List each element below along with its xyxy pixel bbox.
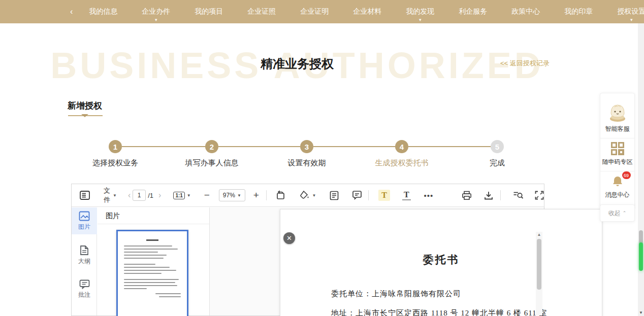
nav-item-label: 我的印章 — [564, 7, 593, 16]
document-page: 委托书 委托单位：上海咏帛阳服饰有限公司 地址：上海市长宁区定西路 1118 号… — [280, 209, 602, 316]
zoom-in-button[interactable]: + — [253, 190, 259, 201]
document-title: 委托书 — [280, 253, 602, 267]
pdf-viewer: 文件▼ ‹ /1 › 1:1▼ − 97%▼ + ▼ — [71, 184, 544, 316]
zoom-level-value: 97% — [223, 192, 235, 199]
chevron-up-icon: ⌃ — [623, 210, 627, 216]
nav-item-my-seal[interactable]: 我的印章 — [552, 0, 605, 23]
print-icon[interactable] — [462, 191, 472, 200]
step-connector — [313, 146, 395, 147]
tab-annotations[interactable]: 批注 — [72, 276, 97, 302]
step-connector — [122, 146, 205, 147]
chevron-down-icon: ▼ — [113, 193, 117, 198]
nav-item-my-projects[interactable]: 我的项目 — [182, 0, 235, 23]
page: ‹ 我的信息 企业办件▾ 我的项目 企业证照 企业证明 企业材料 我的发现▾ 利… — [0, 0, 644, 316]
nav-item-enterprise-cases[interactable]: 企业办件▾ — [130, 0, 182, 23]
smart-service-widget[interactable]: 智能客服 — [600, 98, 634, 138]
close-icon[interactable]: ✕ — [283, 232, 295, 244]
collapse-panel-button[interactable]: 收起 ⌃ — [600, 204, 635, 222]
qr-code-icon — [611, 142, 624, 155]
nav-item-enterprise-licenses[interactable]: 企业证照 — [235, 0, 288, 23]
viewer-scrollbar[interactable]: ▲ — [536, 232, 542, 315]
step-circle-5: 5 — [491, 140, 504, 153]
suishen-code-widget[interactable]: 随申码专区 — [600, 138, 634, 171]
nav-item-label: 企业证照 — [247, 7, 276, 16]
collapse-label: 收起 — [608, 209, 621, 218]
search-document-icon[interactable] — [513, 191, 524, 200]
pdf-toolbar: 文件▼ ‹ /1 › 1:1▼ − 97%▼ + ▼ — [72, 184, 544, 207]
document-canvas: 委托书 委托单位：上海咏帛阳服饰有限公司 地址：上海市长宁区定西路 1118 号… — [210, 207, 544, 315]
section-title: 新增授权 — [68, 100, 102, 112]
viewer-side-tabs: 图片 大纲 批注 — [72, 207, 97, 315]
bell-icon — [611, 175, 624, 188]
chevron-down-icon: ▾ — [419, 18, 422, 22]
tab-label: 图片 — [78, 223, 90, 231]
download-icon[interactable] — [484, 191, 493, 200]
step-label-4: 生成授权委托书 — [351, 158, 453, 168]
nav-back-icon[interactable]: ‹ — [70, 8, 73, 16]
underline-text-icon[interactable]: T — [402, 190, 411, 200]
fit-ratio-button[interactable]: 1:1▼ — [173, 192, 190, 199]
chevron-down-icon: ▼ — [187, 193, 191, 198]
nav-item-my-discovery[interactable]: 我的发现▾ — [394, 0, 446, 23]
scroll-down-icon[interactable]: ▼ — [638, 310, 644, 315]
nav-item-policy-center[interactable]: 政策中心 — [499, 0, 552, 23]
zoom-level-select[interactable]: 97%▼ — [219, 189, 245, 201]
scroll-up-icon[interactable]: ▲ — [536, 232, 542, 238]
nav-item-label: 企业证明 — [300, 7, 329, 16]
chevron-down-icon: ▾ — [155, 18, 157, 22]
step-circle-3: 3 — [300, 140, 313, 153]
nav-item-label: 我的发现 — [406, 7, 434, 16]
tab-images[interactable]: 图片 — [72, 207, 97, 234]
nav-item-label: 授权设置 — [617, 7, 644, 16]
chevron-down-icon: ▼ — [312, 193, 316, 198]
zoom-out-button[interactable]: − — [204, 190, 210, 201]
document-address-line: 地址：上海市长宁区定西路 1118 号 12 幢北半幢 6 楼 611 室 — [331, 308, 602, 316]
annotation-icon — [79, 279, 90, 289]
rotate-page-icon[interactable] — [276, 190, 286, 200]
nav-item-label: 政策中心 — [511, 7, 540, 16]
file-menu-label: 文件 — [104, 186, 111, 204]
ratio-label: 1:1 — [173, 192, 184, 199]
chevron-down-icon: ▾ — [630, 18, 633, 22]
mascot-icon — [607, 102, 628, 122]
more-tools-button[interactable]: ••• — [424, 191, 434, 200]
prev-page-button[interactable]: ‹ — [128, 191, 131, 200]
step-connector — [408, 146, 491, 147]
next-page-button[interactable]: › — [158, 191, 161, 200]
step-connector — [218, 146, 300, 147]
tab-label: 大纲 — [78, 257, 90, 266]
unread-count-badge: 69 — [622, 171, 631, 179]
nav-item-auth-settings[interactable]: 授权设置▾ — [605, 0, 644, 23]
thumbnail-panel: 图片 — [98, 207, 210, 315]
nav-item-my-info[interactable]: 我的信息 — [77, 0, 130, 23]
fullscreen-icon[interactable] — [535, 191, 544, 200]
page-scrollbar[interactable]: ▼ — [638, 23, 644, 316]
page-number-input[interactable] — [133, 190, 146, 201]
step-circle-2: 2 — [205, 140, 218, 153]
page-total-label: /1 — [148, 192, 153, 199]
toggle-sidebar-icon[interactable] — [80, 191, 90, 200]
step-label-1: 选择授权业务 — [65, 158, 166, 168]
scroll-indicator-green — [639, 242, 643, 271]
step-indicator: 1 2 3 4 5 选择授权业务 填写办事人信息 设置有效期 生成授权委托书 完… — [0, 140, 594, 170]
nav-item-enterprise-materials[interactable]: 企业材料 — [341, 0, 394, 23]
viewer-scrollbar-thumb[interactable] — [537, 239, 541, 290]
comment-icon[interactable] — [352, 191, 362, 200]
fill-color-icon[interactable]: ▼ — [299, 190, 316, 200]
file-menu-button[interactable]: 文件▼ — [104, 186, 117, 204]
page-thumbnail[interactable] — [116, 230, 188, 316]
message-center-widget[interactable]: 69 消息中心 — [600, 171, 634, 204]
chevron-down-icon: ▼ — [237, 193, 241, 198]
nav-item-enterprise-certificates[interactable]: 企业证明 — [288, 0, 341, 23]
step-circle-1: 1 — [109, 140, 122, 153]
tab-outline[interactable]: 大纲 — [72, 241, 97, 269]
back-to-auth-records-link[interactable]: << 返回授权记录 — [500, 59, 550, 68]
tab-label: 批注 — [78, 291, 90, 299]
document-notes-icon[interactable] — [330, 191, 339, 200]
step-label-3: 设置有效期 — [256, 158, 358, 168]
highlight-text-icon[interactable]: T — [378, 190, 390, 201]
nav-item-business-services[interactable]: 利企服务 — [446, 0, 499, 23]
step-label-2: 填写办事人信息 — [161, 158, 263, 168]
top-nav: ‹ 我的信息 企业办件▾ 我的项目 企业证照 企业证明 企业材料 我的发现▾ 利… — [0, 0, 644, 23]
step-label-5: 完成 — [446, 158, 548, 168]
